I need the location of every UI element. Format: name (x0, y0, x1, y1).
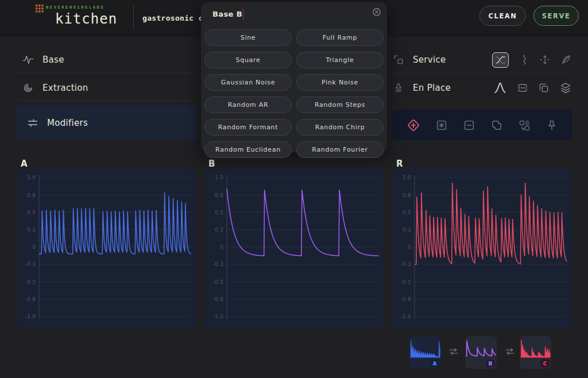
sidebar-item-modifiers[interactable]: Modifiers (16, 105, 197, 140)
plot-b: 1.00.80.50.30-0.3-0.5-0.8-1.0 (205, 168, 385, 329)
svg-text:0: 0 (220, 244, 223, 250)
thumb-c-badge: C (540, 360, 550, 367)
plot-r-canvas: 1.00.80.50.30-0.3-0.5-0.8-1.0 (393, 168, 572, 329)
waveform-button-random-euclidean[interactable]: Random Euclidean (204, 141, 292, 158)
svg-text:1.0: 1.0 (27, 174, 36, 180)
sidebar-item-extraction[interactable]: Extraction (17, 77, 197, 99)
svg-text:-0.3: -0.3 (212, 261, 223, 267)
waveform-button-sine[interactable]: Sine (204, 29, 292, 46)
brand-title: kitchen (55, 11, 117, 27)
svg-text:0.8: 0.8 (27, 192, 36, 198)
modifier-toolbar (392, 110, 572, 140)
sliders-icon (26, 117, 39, 129)
plot-a: 1.00.80.50.30-0.3-0.5-0.8-1.0 (17, 168, 197, 329)
waveform-button-gaussian-noise[interactable]: Gaussian Noise (204, 74, 292, 91)
clean-button[interactable]: CLEAN (479, 6, 526, 26)
waveform-button-full-ramp[interactable]: Full Ramp (296, 29, 384, 46)
service-label: Service (413, 55, 446, 65)
app-window: NEVERENGINELABS kitchen gastrosonic cycl… (0, 0, 588, 378)
waveform-button-pink-noise[interactable]: Pink Noise (296, 74, 384, 91)
waveform-button-random-chirp[interactable]: Random Chirp (296, 119, 384, 136)
feather-icon[interactable] (560, 53, 572, 66)
enplace-row: En Place (392, 77, 572, 99)
serve-button[interactable]: SERVE (533, 6, 579, 26)
svg-text:0: 0 (408, 244, 411, 250)
thumb-a-badge: A (430, 360, 439, 367)
svg-text:-1.0: -1.0 (212, 313, 223, 319)
asterisk-icon[interactable] (435, 118, 448, 132)
waveform-button-grid: Sine Full Ramp Square Triangle Gaussian … (204, 29, 384, 158)
brand-small: NEVERENGINELABS (46, 5, 105, 10)
grid-logo-icon (36, 5, 44, 13)
pulse-icon (22, 53, 34, 66)
svg-text:0.8: 0.8 (215, 192, 223, 198)
svg-text:0.5: 0.5 (403, 209, 411, 215)
svg-text:-0.3: -0.3 (400, 261, 411, 267)
modal-title-divider (243, 9, 243, 20)
svg-text:0.3: 0.3 (27, 226, 36, 233)
waveform-button-random-steps[interactable]: Random Steps (296, 97, 384, 113)
svg-text:-1.0: -1.0 (25, 313, 36, 319)
sidebar-divider (17, 101, 197, 101)
svg-text:1.0: 1.0 (403, 174, 411, 180)
stamp-icon (392, 82, 405, 94)
crossfade-toggle-icon[interactable] (492, 52, 509, 68)
svg-text:-0.5: -0.5 (25, 279, 36, 285)
plot-r: 1.00.80.50.30-0.3-0.5-0.8-1.0 (393, 168, 572, 329)
svg-text:0.5: 0.5 (215, 209, 223, 215)
sidebar-item-label: Extraction (42, 83, 88, 93)
svg-text:-0.3: -0.3 (25, 261, 36, 267)
waveform-button-random-formant[interactable]: Random Formant (204, 119, 292, 136)
add-diamond-icon[interactable] (406, 118, 421, 133)
base-b-modal: Base B Sine Full Ramp Square Triangle Ga… (201, 2, 387, 152)
pin-icon[interactable] (545, 118, 559, 132)
svg-text:0.3: 0.3 (215, 226, 223, 233)
service-row: Service (392, 49, 572, 71)
link-group-icon (392, 53, 405, 66)
vertical-scale-icon[interactable] (539, 53, 551, 66)
dashed-frame-icon[interactable] (516, 82, 529, 94)
thumb-c[interactable]: C (520, 336, 551, 369)
panel-divider (392, 73, 572, 74)
peak-icon[interactable] (493, 81, 508, 95)
svg-text:0.3: 0.3 (403, 226, 411, 233)
waveform-button-random-ar[interactable]: Random AR (204, 97, 292, 113)
plot-b-canvas: 1.00.80.50.30-0.3-0.5-0.8-1.0 (205, 168, 385, 329)
waveform-button-random-fourier[interactable]: Random Fourier (296, 141, 384, 158)
svg-text:-0.8: -0.8 (25, 296, 36, 302)
panel-divider (392, 101, 572, 102)
sidebar-item-base[interactable]: Base (17, 49, 197, 71)
layers-icon[interactable] (559, 81, 572, 95)
duplicate-icon[interactable] (537, 82, 550, 94)
enplace-label: En Place (413, 83, 451, 93)
swap-blocks-icon[interactable] (517, 118, 531, 132)
sidebar-item-label: Modifiers (47, 118, 88, 128)
svg-text:-0.5: -0.5 (400, 279, 411, 285)
waveform-button-square[interactable]: Square (204, 52, 292, 68)
svg-text:1.0: 1.0 (215, 174, 223, 180)
svg-text:-0.8: -0.8 (212, 296, 223, 302)
sidebar-item-label: Base (42, 55, 64, 65)
wave-squiggle-icon[interactable] (517, 53, 530, 66)
sidebar-divider (17, 72, 197, 73)
brand-divider (133, 5, 134, 30)
subtract-icon[interactable] (462, 118, 476, 132)
modal-title: Base B (212, 10, 242, 18)
swap-arrows-icon[interactable] (448, 347, 459, 356)
thumb-b-badge: B (486, 360, 495, 367)
swap-arrows-icon[interactable] (504, 347, 516, 356)
thumb-b[interactable]: B (465, 336, 497, 369)
close-icon[interactable] (372, 7, 382, 17)
spiral-icon (22, 82, 34, 94)
svg-text:-0.5: -0.5 (212, 279, 223, 285)
svg-text:0.5: 0.5 (27, 209, 36, 215)
svg-text:0: 0 (32, 244, 36, 250)
svg-text:-0.8: -0.8 (400, 296, 411, 302)
plot-a-canvas: 1.00.80.50.30-0.3-0.5-0.8-1.0 (17, 168, 197, 329)
union-icon[interactable] (490, 118, 504, 132)
waveform-button-triangle[interactable]: Triangle (296, 52, 384, 68)
thumb-a[interactable]: A (409, 336, 441, 369)
svg-text:-1.0: -1.0 (400, 313, 411, 319)
svg-text:0.8: 0.8 (403, 192, 411, 198)
